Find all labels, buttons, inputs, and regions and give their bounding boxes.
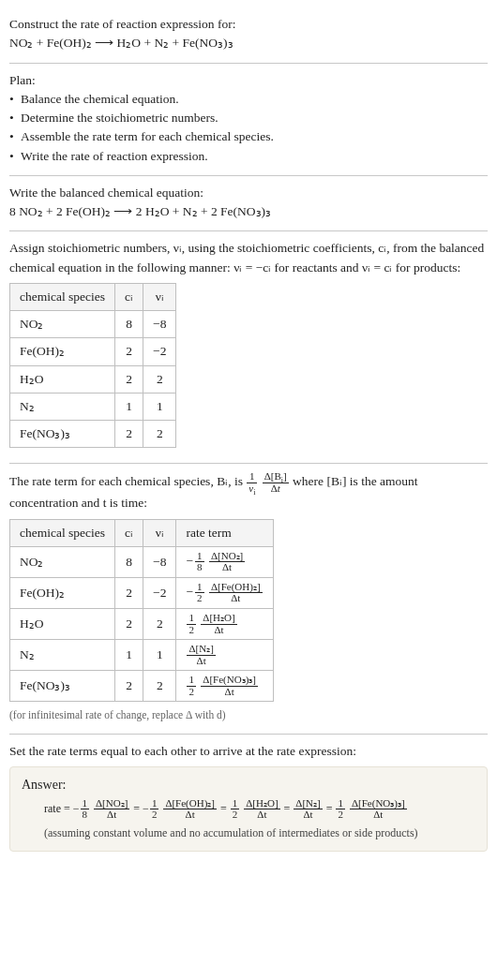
balanced-equation: 8 NO₂ + 2 Fe(OH)₂ ⟶ 2 H₂O + N₂ + 2 Fe(NO… — [9, 202, 488, 221]
prompt-text: Construct the rate of reaction expressio… — [9, 15, 488, 34]
cell-species: N₂ — [10, 393, 115, 420]
table-row: Fe(NO₃)₃22 — [10, 421, 176, 448]
cell-nu: 2 — [143, 671, 176, 702]
col-nu: νᵢ — [143, 283, 176, 310]
plan-item: •Write the rate of reaction expression. — [9, 147, 488, 166]
cell-ci: 1 — [115, 393, 143, 420]
rate-intro-frac1: 1νi — [247, 471, 257, 494]
cell-ci: 1 — [115, 640, 143, 671]
cell-species: NO₂ — [10, 311, 115, 338]
unbalanced-equation: NO₂ + Fe(OH)₂ ⟶ H₂O + N₂ + Fe(NO₃)₃ — [9, 34, 488, 52]
cell-species: Fe(OH)₂ — [10, 338, 115, 365]
cell-ci: 2 — [115, 365, 143, 393]
table-row: Fe(OH)₂2−2 — [10, 338, 176, 365]
col-rate-term: rate term — [176, 519, 273, 546]
table-row: NO₂8−8 — [10, 311, 176, 338]
table-row: N₂11Δ[N₂]Δt — [10, 640, 274, 671]
cell-ci: 2 — [115, 609, 143, 640]
table-row: Fe(NO₃)₃2212 Δ[Fe(NO₃)₃]Δt — [10, 671, 274, 702]
cell-ci: 2 — [115, 671, 143, 702]
plan-item-text: Determine the stoichiometric numbers. — [21, 109, 218, 127]
cell-rate-term: 12 Δ[Fe(NO₃)₃]Δt — [176, 671, 273, 702]
cell-species: Fe(OH)₂ — [10, 577, 115, 608]
table-row: H₂O2212 Δ[H₂O]Δt — [10, 609, 274, 640]
rate-terms-hint: (for infinitesimal rate of change, repla… — [9, 707, 488, 723]
cell-rate-term: 12 Δ[H₂O]Δt — [176, 609, 273, 640]
cell-ci: 8 — [115, 311, 143, 338]
rate-terms-table: chemical species cᵢ νᵢ rate term NO₂8−8−… — [9, 519, 274, 703]
table-row: NO₂8−8−18 Δ[NO₂]Δt — [10, 546, 274, 577]
cell-rate-term: −18 Δ[NO₂]Δt — [176, 546, 273, 577]
cell-ci: 2 — [115, 338, 143, 365]
rate-terms-intro: The rate term for each chemical species,… — [9, 471, 488, 512]
cell-nu: −2 — [143, 338, 176, 365]
col-species: chemical species — [10, 283, 115, 310]
answer-note: (assuming constant volume and no accumul… — [44, 824, 475, 841]
stoich-section: Assign stoichiometric numbers, νᵢ, using… — [9, 231, 488, 464]
cell-species: N₂ — [10, 640, 115, 671]
table-row: Fe(OH)₂2−2−12 Δ[Fe(OH)₂]Δt — [10, 577, 274, 608]
plan-list: •Balance the chemical equation.•Determin… — [9, 90, 488, 166]
prompt-section: Construct the rate of reaction expressio… — [9, 7, 488, 64]
cell-nu: −2 — [143, 577, 176, 608]
balanced-section: Write the balanced chemical equation: 8 … — [9, 176, 488, 232]
plan-item: •Determine the stoichiometric numbers. — [9, 109, 488, 127]
cell-nu: 1 — [143, 393, 176, 420]
col-ci: cᵢ — [115, 519, 143, 546]
balanced-heading: Write the balanced chemical equation: — [9, 184, 488, 202]
cell-nu: 2 — [143, 365, 176, 393]
cell-species: Fe(NO₃)₃ — [10, 671, 115, 702]
table-row: H₂O22 — [10, 365, 176, 393]
col-ci: cᵢ — [115, 283, 143, 310]
cell-ci: 2 — [115, 577, 143, 608]
cell-species: H₂O — [10, 609, 115, 640]
plan-item: •Assemble the rate term for each chemica… — [9, 127, 488, 146]
col-species: chemical species — [10, 519, 115, 546]
rate-expression: rate = −18 Δ[NO₂]Δt = −12 Δ[Fe(OH)₂]Δt =… — [44, 798, 475, 821]
cell-species: Fe(NO₃)₃ — [10, 421, 115, 448]
cell-species: NO₂ — [10, 546, 115, 577]
rate-intro-frac2: Δ[Bi]Δt — [263, 471, 289, 494]
table-row: N₂11 — [10, 393, 176, 420]
stoich-table: chemical species cᵢ νᵢ NO₂8−8Fe(OH)₂2−2H… — [9, 283, 176, 449]
plan-item-text: Assemble the rate term for each chemical… — [21, 127, 274, 146]
cell-ci: 2 — [115, 421, 143, 448]
cell-nu: 2 — [143, 609, 176, 640]
col-nu: νᵢ — [143, 519, 176, 546]
plan-item-text: Write the rate of reaction expression. — [21, 147, 208, 166]
cell-rate-term: −12 Δ[Fe(OH)₂]Δt — [176, 577, 273, 608]
cell-rate-term: Δ[N₂]Δt — [176, 640, 273, 671]
cell-species: H₂O — [10, 365, 115, 393]
cell-nu: −8 — [143, 311, 176, 338]
plan-section: Plan: •Balance the chemical equation.•De… — [9, 64, 488, 176]
final-heading: Set the rate terms equal to each other t… — [9, 742, 488, 761]
stoich-intro: Assign stoichiometric numbers, νᵢ, using… — [9, 239, 488, 277]
plan-heading: Plan: — [9, 71, 488, 90]
cell-ci: 8 — [115, 546, 143, 577]
rate-terms-section: The rate term for each chemical species,… — [9, 464, 488, 734]
cell-nu: −8 — [143, 546, 176, 577]
plan-item: •Balance the chemical equation. — [9, 90, 488, 109]
plan-item-text: Balance the chemical equation. — [21, 90, 179, 109]
cell-nu: 2 — [143, 421, 176, 448]
rate-intro-pre: The rate term for each chemical species,… — [9, 474, 246, 488]
final-section: Set the rate terms equal to each other t… — [9, 735, 488, 861]
cell-nu: 1 — [143, 640, 176, 671]
answer-box: Answer: rate = −18 Δ[NO₂]Δt = −12 Δ[Fe(O… — [9, 766, 488, 852]
answer-label: Answer: — [22, 775, 475, 794]
